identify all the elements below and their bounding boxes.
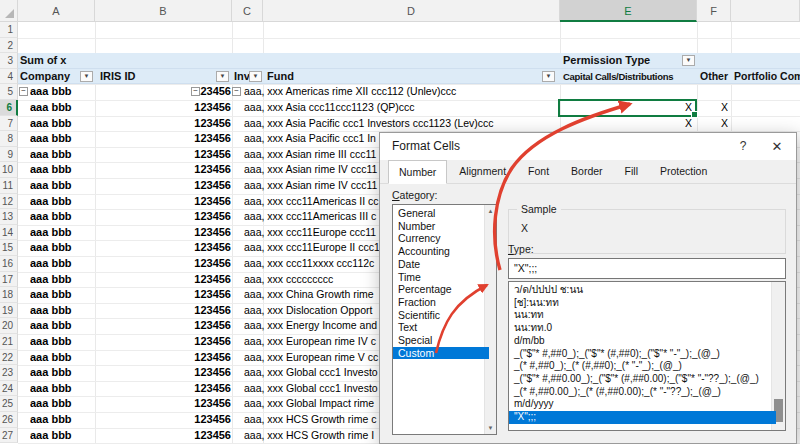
cell-iris[interactable]: 123456 [95, 334, 231, 350]
cell-iris[interactable]: 123456 [95, 428, 231, 444]
column-header-E[interactable]: E [560, 0, 697, 22]
category-item-percentage[interactable]: Percentage [393, 283, 489, 296]
cell-company[interactable]: aaa bbb [30, 147, 72, 163]
cell-company[interactable]: aaa bbb [30, 178, 72, 194]
row-header-18[interactable]: 18 [0, 287, 18, 303]
row-header-27[interactable]: 27 [0, 428, 18, 444]
type-input[interactable]: "X";;; [508, 258, 786, 279]
cell-iris[interactable]: 123456 [95, 287, 231, 303]
type-option[interactable]: [ช]:นน:ทท [509, 297, 776, 310]
tab-fill[interactable]: Fill [615, 160, 648, 184]
close-icon[interactable]: ✕ [764, 133, 790, 160]
row-header-17[interactable]: 17 [0, 272, 18, 288]
cell-iris[interactable]: 123456 [95, 178, 231, 194]
filter-dropdown-icon[interactable]: ▼ [542, 71, 555, 82]
category-item-date[interactable]: Date [393, 258, 489, 271]
dialog-title-bar[interactable]: Format Cells ? ✕ [380, 133, 796, 160]
cell-company[interactable]: aaa bbb [30, 272, 72, 288]
tab-number[interactable]: Number [388, 160, 447, 184]
outline-collapse-icon[interactable]: − [19, 87, 28, 96]
cell-iris[interactable]: 123456 [95, 209, 231, 225]
cell-iris[interactable]: 123456 [95, 84, 231, 100]
column-header-A[interactable]: A [18, 0, 95, 22]
cell-iris[interactable]: 123456 [95, 365, 231, 381]
cell-company[interactable]: aaa bbb [30, 350, 72, 366]
cell-iris[interactable]: 123456 [95, 240, 231, 256]
cell-other-x[interactable]: X [697, 100, 728, 116]
cell-iris[interactable]: 123456 [95, 194, 231, 210]
type-option[interactable]: นน:ทท [509, 309, 776, 322]
column-header-C[interactable]: C [232, 0, 263, 22]
cell-company[interactable]: aaa bbb [30, 365, 72, 381]
outline-collapse-icon[interactable]: − [232, 87, 241, 96]
type-option[interactable]: _("$"* #,##0.00_);_("$"* (#,##0.00);_("$… [509, 373, 776, 386]
tab-alignment[interactable]: Alignment [449, 160, 516, 184]
category-item-fraction[interactable]: Fraction [393, 296, 489, 309]
cell-company[interactable]: aaa bbb [30, 225, 72, 241]
cell-iris[interactable]: 123456 [95, 318, 231, 334]
cell-company[interactable]: aaa bbb [30, 256, 72, 272]
cell-company[interactable]: aaa bbb [30, 396, 72, 412]
category-item-scientific[interactable]: Scientific [393, 309, 489, 322]
cell-company[interactable]: aaa bbb [30, 209, 72, 225]
category-item-special[interactable]: Special [393, 334, 489, 347]
type-option[interactable]: m/d/yyyy [509, 398, 776, 411]
select-all-corner[interactable] [0, 0, 18, 22]
category-item-text[interactable]: Text [393, 321, 489, 334]
row-header-22[interactable]: 22 [0, 350, 18, 366]
cell-company[interactable]: aaa bbb [30, 303, 72, 319]
type-option[interactable]: นน:ทท.0 [509, 322, 776, 335]
cell-company[interactable]: aaa bbb [30, 318, 72, 334]
row-header-14[interactable]: 14 [0, 225, 18, 241]
cell-iris[interactable]: 123456 [95, 162, 231, 178]
cell-iris[interactable]: 123456 [95, 272, 231, 288]
row-header-8[interactable]: 8 [0, 131, 18, 147]
row-header-20[interactable]: 20 [0, 318, 18, 334]
scroll-down-icon[interactable]: ▼ [485, 423, 496, 433]
row-header-25[interactable]: 25 [0, 396, 18, 412]
cell-company[interactable]: aaa bbb [30, 287, 72, 303]
type-list[interactable]: ว/ด/ปปปป ช:นน[ช]:นน:ททนน:ททนน:ทท.0d/m/bb… [508, 281, 786, 431]
cell-company[interactable]: aaa bbb [30, 334, 72, 350]
category-item-accounting[interactable]: Accounting [393, 245, 489, 258]
cell-other-x[interactable]: X [697, 116, 728, 132]
selected-cell-E6[interactable] [558, 99, 697, 117]
type-option[interactable]: ว/ด/ปปปป ช:นน [509, 284, 776, 297]
type-option[interactable]: _(* #,##0_);_(* (#,##0);_(* "-"_);_(@_) [509, 360, 776, 373]
type-option[interactable]: "X";;; [509, 411, 776, 424]
category-item-number[interactable]: Number [393, 220, 489, 233]
type-option[interactable]: _("$"* #,##0_);_("$"* (#,##0);_("$"* "-"… [509, 348, 776, 361]
cell-company[interactable]: aaa bbb [30, 162, 72, 178]
cell-fund[interactable]: aaa, xxx Asia Pacific ccc1 Investors ccc… [244, 116, 574, 132]
cell-company[interactable]: aaa bbb [30, 116, 72, 132]
filter-dropdown-icon[interactable]: ▼ [249, 71, 262, 82]
outline-collapse-icon[interactable]: − [191, 87, 200, 96]
row-header-11[interactable]: 11 [0, 178, 18, 194]
cell-iris[interactable]: 123456 [95, 147, 231, 163]
row-header-16[interactable]: 16 [0, 256, 18, 272]
cell-permission-x[interactable]: X [560, 116, 692, 132]
cell-company[interactable]: aaa bbb [30, 84, 72, 100]
cell-iris[interactable]: 123456 [95, 396, 231, 412]
filter-dropdown-icon[interactable]: ▼ [682, 55, 695, 66]
cell-company[interactable]: aaa bbb [30, 428, 72, 444]
cell-iris[interactable]: 123456 [95, 100, 231, 116]
row-header-12[interactable]: 12 [0, 194, 18, 210]
category-item-time[interactable]: Time [393, 271, 489, 284]
column-header-F[interactable]: F [697, 0, 731, 22]
filter-dropdown-icon[interactable]: ▼ [80, 71, 93, 82]
cell-iris[interactable]: 123456 [95, 350, 231, 366]
row-header-21[interactable]: 21 [0, 334, 18, 350]
category-item-general[interactable]: General [393, 207, 489, 220]
cell-company[interactable]: aaa bbb [30, 381, 72, 397]
cell-company[interactable]: aaa bbb [30, 412, 72, 428]
cell-fund[interactable]: aaa, xxx Asia ccc11ccc1123 (QP)ccc [244, 100, 574, 116]
cell-iris[interactable]: 123456 [95, 381, 231, 397]
row-header-19[interactable]: 19 [0, 303, 18, 319]
cell-iris[interactable]: 123456 [95, 256, 231, 272]
column-header-offscreen[interactable] [731, 0, 800, 22]
row-header-3[interactable]: 3 [0, 53, 18, 69]
cell-fund[interactable]: aaa, xxx Americas rime XII ccc112 (Unlev… [244, 84, 574, 100]
filter-dropdown-icon[interactable]: ▼ [216, 71, 229, 82]
row-header-9[interactable]: 9 [0, 147, 18, 163]
